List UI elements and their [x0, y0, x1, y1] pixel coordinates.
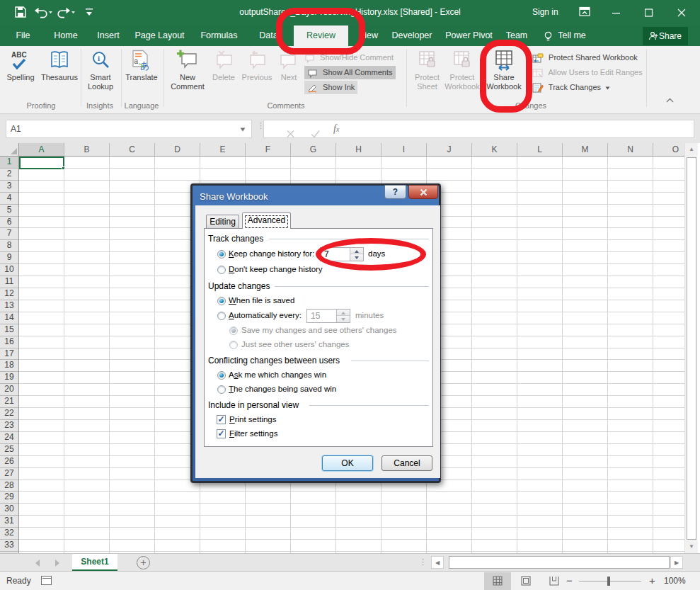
row-header-30[interactable]: 30 [0, 504, 18, 516]
radio-keep-history-label[interactable]: Keep change history for: [229, 249, 314, 258]
scroll-left-arrow[interactable]: ◀ [431, 556, 444, 569]
share-button[interactable]: Share [643, 27, 688, 45]
fill-handle[interactable] [62, 166, 65, 170]
cancel-entry-icon[interactable] [287, 125, 294, 142]
dialog-tab-advanced[interactable]: Advanced [242, 212, 291, 229]
confirm-entry-icon[interactable] [311, 125, 320, 142]
row-header-22[interactable]: 22 [0, 408, 18, 420]
row-header-3[interactable]: 3 [0, 181, 18, 193]
select-all-corner[interactable] [0, 143, 19, 157]
radio-just-see[interactable] [229, 341, 238, 349]
ribbon-display-options-icon[interactable] [579, 6, 590, 17]
tab-home[interactable]: Home [50, 25, 82, 46]
allow-users-button[interactable]: Allow Users to Edit Ranges [532, 66, 643, 79]
row-header-1[interactable]: 1 [0, 157, 18, 169]
horizontal-scroll-thumb[interactable] [449, 556, 670, 569]
name-box-dropdown-icon[interactable] [240, 127, 246, 132]
radio-when-saved-label[interactable]: When file is saved [229, 296, 294, 305]
radio-save-mine[interactable] [229, 327, 238, 335]
zoom-in-button[interactable]: + [649, 572, 655, 589]
row-header-28[interactable]: 28 [0, 480, 18, 492]
show-all-comments-button[interactable]: Show All Comments [304, 66, 396, 79]
tab-bar-divider[interactable]: ⋮ [419, 557, 427, 567]
row-header-12[interactable]: 12 [0, 288, 18, 300]
protect-workbook-button[interactable]: ProtectWorkbook [444, 48, 480, 91]
dialog-tab-editing[interactable]: Editing [206, 215, 239, 228]
row-header-21[interactable]: 21 [0, 396, 18, 408]
column-header-B[interactable]: B [64, 143, 110, 156]
sheet-nav-right-icon[interactable] [55, 560, 59, 567]
scroll-right-arrow[interactable]: ▶ [670, 556, 683, 569]
dialog-close-button[interactable] [408, 185, 438, 199]
checkbox-print-settings-label[interactable]: Print settings [229, 415, 276, 424]
row-header-13[interactable]: 13 [0, 300, 18, 312]
delete-comment-button[interactable]: Delete [210, 48, 238, 81]
row-header-2[interactable]: 2 [0, 169, 18, 181]
close-button[interactable] [666, 0, 697, 25]
row-header-26[interactable]: 26 [0, 456, 18, 468]
row-header-9[interactable]: 9 [0, 252, 18, 264]
radio-automatically-label[interactable]: Automatically every: [229, 311, 302, 319]
spelling-button[interactable]: ABC Spelling [3, 48, 38, 81]
row-header-19[interactable]: 19 [0, 372, 18, 384]
row-header-24[interactable]: 24 [0, 432, 18, 444]
checkbox-filter-settings[interactable]: ✓ [217, 429, 226, 438]
radio-ask-me[interactable] [217, 371, 226, 380]
formula-input[interactable]: fx [263, 120, 694, 138]
radio-dont-keep-history[interactable] [217, 266, 226, 274]
tab-page-layout[interactable]: Page Layout [134, 25, 185, 46]
insert-function-icon[interactable]: fx [333, 120, 339, 137]
column-header-G[interactable]: G [291, 143, 336, 156]
checkbox-filter-settings-label[interactable]: Filter settings [229, 429, 277, 438]
previous-comment-button[interactable]: Previous [239, 48, 275, 81]
zoom-level[interactable]: 100% [664, 572, 686, 590]
radio-automatically[interactable] [217, 312, 226, 320]
radio-keep-history[interactable] [217, 250, 226, 259]
page-break-view-button[interactable] [541, 572, 568, 590]
radio-saved-win-label[interactable]: The changes being saved win [229, 385, 336, 393]
sheet-tab-sheet1[interactable]: Sheet1 [72, 554, 117, 571]
page-layout-view-button[interactable] [512, 572, 539, 590]
column-header-K[interactable]: K [472, 143, 517, 156]
new-comment-button[interactable]: NewComment [168, 48, 207, 91]
sheet-nav-left-icon[interactable] [35, 560, 40, 567]
column-header-J[interactable]: J [427, 143, 472, 156]
scroll-down-arrow[interactable]: ▼ [685, 540, 698, 553]
name-box[interactable]: A1 [6, 120, 252, 138]
selected-cell-a1[interactable] [19, 157, 64, 169]
row-header-20[interactable]: 20 [0, 384, 18, 396]
column-header-H[interactable]: H [336, 143, 381, 156]
vertical-scroll-thumb[interactable] [687, 157, 696, 540]
row-header-11[interactable]: 11 [0, 276, 18, 288]
row-header-5[interactable]: 5 [0, 205, 18, 217]
column-header-F[interactable]: F [246, 143, 291, 156]
minutes-spinner-up[interactable] [336, 310, 350, 316]
row-header-16[interactable]: 16 [0, 336, 18, 348]
sign-in[interactable]: Sign in [532, 0, 558, 25]
row-header-27[interactable]: 27 [0, 468, 18, 480]
radio-save-mine-label[interactable]: Save my changes and see others' changes [241, 326, 397, 334]
column-header-I[interactable]: I [381, 143, 427, 156]
track-changes-button[interactable]: Track Changes [532, 81, 610, 94]
row-header-18[interactable]: 18 [0, 360, 18, 372]
minutes-spinner-down[interactable] [336, 316, 350, 322]
column-header-N[interactable]: N [608, 143, 653, 156]
row-header-6[interactable]: 6 [0, 217, 18, 229]
radio-dont-keep-history-label[interactable]: Don't keep change history [229, 265, 323, 273]
maximize-button[interactable] [633, 0, 665, 25]
row-header-10[interactable]: 10 [0, 264, 18, 276]
row-header-25[interactable]: 25 [0, 444, 18, 456]
row-header-23[interactable]: 23 [0, 420, 18, 432]
column-header-A[interactable]: A [19, 143, 64, 156]
row-header-33[interactable]: 33 [0, 540, 18, 552]
row-header-8[interactable]: 8 [0, 240, 18, 252]
row-header-4[interactable]: 4 [0, 193, 18, 205]
thesaurus-button[interactable]: Thesaurus [40, 48, 79, 81]
row-header-32[interactable]: 32 [0, 528, 18, 540]
row-header-31[interactable]: 31 [0, 516, 18, 528]
tab-insert[interactable]: Insert [94, 25, 122, 46]
zoom-slider-track[interactable] [579, 581, 641, 582]
row-header-7[interactable]: 7 [0, 228, 18, 240]
row-header-29[interactable]: 29 [0, 492, 18, 504]
radio-saved-win[interactable] [217, 385, 226, 394]
